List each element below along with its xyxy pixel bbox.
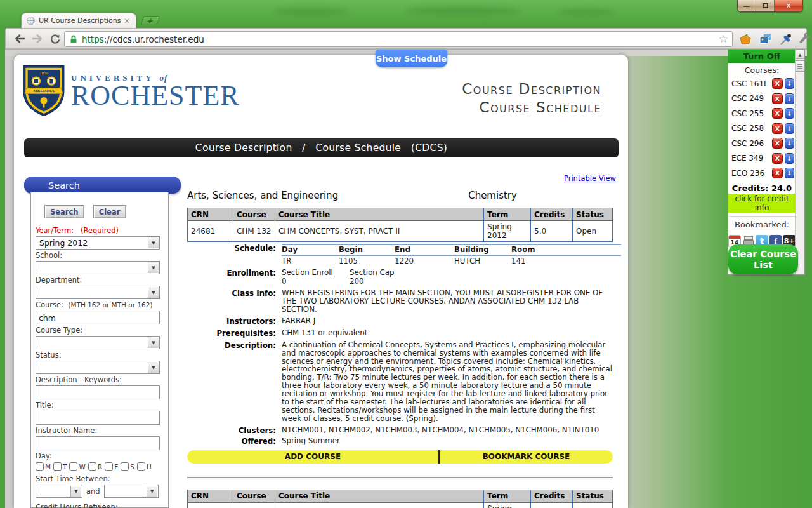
section-cap-link[interactable]: Section Cap <box>350 269 395 277</box>
school-label: School: <box>36 251 168 260</box>
course-input[interactable] <box>36 311 160 324</box>
close-button[interactable]: ✕ <box>775 0 802 11</box>
title-input[interactable] <box>36 411 160 425</box>
section-cap-value: 200 <box>350 277 364 286</box>
back-button[interactable] <box>11 30 28 47</box>
remove-course-button[interactable]: X <box>772 138 783 149</box>
course-info-button[interactable]: ↓ <box>785 168 794 178</box>
chevron-down-icon[interactable]: ▼ <box>148 362 159 373</box>
add-course-label: ADD COURSE <box>285 452 341 461</box>
day-checkbox-m[interactable] <box>36 462 44 471</box>
minimize-icon: — <box>743 2 750 10</box>
scroll-up-button[interactable]: ▲ <box>796 50 804 59</box>
minimize-button[interactable]: — <box>738 0 756 11</box>
maximize-button[interactable] <box>756 0 775 11</box>
forward-button[interactable] <box>29 30 46 47</box>
clusters-label: Clusters: <box>187 426 276 435</box>
course-info-button[interactable]: ↓ <box>785 108 794 119</box>
keywords-input[interactable] <box>36 385 160 399</box>
reload-button[interactable] <box>46 30 63 47</box>
clear-course-list-button[interactable]: Clear Course List <box>728 244 798 274</box>
tab-close-icon[interactable]: × <box>124 17 130 25</box>
search-button[interactable]: Search <box>44 205 84 218</box>
url-scheme: https <box>82 34 104 44</box>
start-time-to-select[interactable]: ▼ <box>104 485 159 498</box>
scrollbar-thumb[interactable] <box>796 60 804 72</box>
bookmark-course-button[interactable]: BOOKMARK COURSE <box>440 450 613 464</box>
start-time-from-select[interactable]: ▼ <box>36 485 82 498</box>
school-select[interactable]: ▼ <box>36 261 160 274</box>
course-info-button[interactable]: ↓ <box>785 93 794 104</box>
new-tab-button[interactable]: + <box>141 16 160 25</box>
extension-eyedropper-icon[interactable] <box>777 30 795 48</box>
schedule-begin: 1105 <box>339 257 395 265</box>
col-header-course: Course <box>233 208 275 221</box>
schedule-row: TR 1105 1220 HUTCH 141 <box>282 256 621 265</box>
day-checkbox-w[interactable] <box>69 462 77 471</box>
chevron-down-icon[interactable]: ▼ <box>148 287 159 298</box>
day-checkboxes: M T W R F S U <box>36 462 168 471</box>
photos-icon <box>758 32 773 46</box>
panel-scrollbar[interactable]: ▲ <box>795 50 804 274</box>
col-header-crn: CRN <box>188 490 233 502</box>
day-checkbox-u[interactable] <box>137 462 145 471</box>
col-header-status: Status <box>572 490 612 502</box>
add-course-button[interactable]: ADD COURSE <box>187 450 440 464</box>
col-header-term: Term <box>484 490 531 502</box>
course-info-button[interactable]: ↓ <box>785 138 794 149</box>
year-term-select[interactable]: Spring 2012▼ <box>36 236 160 250</box>
day-checkbox-r[interactable] <box>88 462 96 471</box>
extension-photos-icon[interactable] <box>757 30 775 48</box>
instructor-input[interactable] <box>36 436 160 450</box>
schedule-col-begin: Begin <box>339 246 395 254</box>
clear-button[interactable]: Clear <box>93 205 126 218</box>
day-checkbox-t[interactable] <box>53 462 62 471</box>
navbar-text: Course Description / Course Schedule (CD… <box>195 142 447 154</box>
course-info-button[interactable]: ↓ <box>785 153 794 164</box>
url-bar[interactable]: https://cdcs.ur.rochester.edu ☆ <box>64 31 733 47</box>
department-select[interactable]: ▼ <box>36 286 160 299</box>
courses-label: Courses: <box>728 63 796 76</box>
browser-tab[interactable]: UR Course Descriptions / C × <box>21 13 136 28</box>
remove-course-button[interactable]: X <box>772 108 783 119</box>
turn-off-button[interactable]: Turn Off <box>728 50 796 63</box>
rochester-shield-icon: 1850 MELIORA <box>23 65 65 117</box>
show-schedule-button[interactable]: Show Schedule <box>376 50 447 67</box>
day-label-w: W <box>79 463 85 471</box>
course-info-button[interactable]: ↓ <box>785 78 794 89</box>
enrollment-label: Enrollment: <box>187 269 276 286</box>
site-navbar[interactable]: Course Description / Course Schedule (CD… <box>24 138 619 157</box>
course-info-button[interactable]: ↓ <box>785 123 794 134</box>
chevron-down-icon[interactable]: ▼ <box>70 486 81 497</box>
bookmark-star-icon[interactable]: ☆ <box>719 34 728 44</box>
wrench-menu-button[interactable] <box>796 30 812 48</box>
remove-course-button[interactable]: X <box>772 168 783 178</box>
section-enroll-link[interactable]: Section Enroll <box>282 269 350 277</box>
extension-cdcs-icon[interactable] <box>737 30 754 48</box>
chevron-down-icon[interactable]: ▼ <box>148 237 159 248</box>
credits-cell: 5.0 <box>531 502 573 508</box>
status-select[interactable]: ▼ <box>36 361 160 374</box>
chevron-down-icon[interactable]: ▼ <box>148 262 159 273</box>
remove-x-icon: X <box>775 125 780 132</box>
credit-info-link[interactable]: click for credit info <box>728 194 796 213</box>
remove-course-button[interactable]: X <box>772 123 783 134</box>
schedule-room: 141 <box>511 257 562 265</box>
col-header-crn: CRN <box>188 208 233 221</box>
day-checkbox-s[interactable] <box>121 462 129 471</box>
course-type-select[interactable]: ▼ <box>36 336 160 349</box>
day-label-t: T <box>63 463 67 471</box>
course-type-label: Course Type: <box>36 326 168 335</box>
remove-course-button[interactable]: X <box>772 78 783 89</box>
day-label-r: R <box>98 463 102 471</box>
remove-course-button[interactable]: X <box>772 153 783 164</box>
col-header-credits: Credits <box>531 490 573 502</box>
remove-course-button[interactable]: X <box>772 93 783 104</box>
day-checkbox-f[interactable] <box>105 462 113 471</box>
turn-off-label: Turn Off <box>743 51 780 61</box>
chevron-down-icon[interactable]: ▼ <box>148 337 159 348</box>
col-header-title: Course Title <box>275 490 483 502</box>
printable-view-link[interactable]: Printable View <box>564 174 616 183</box>
clear-button-label: Clear <box>99 208 121 217</box>
chevron-down-icon[interactable]: ▼ <box>147 486 157 497</box>
